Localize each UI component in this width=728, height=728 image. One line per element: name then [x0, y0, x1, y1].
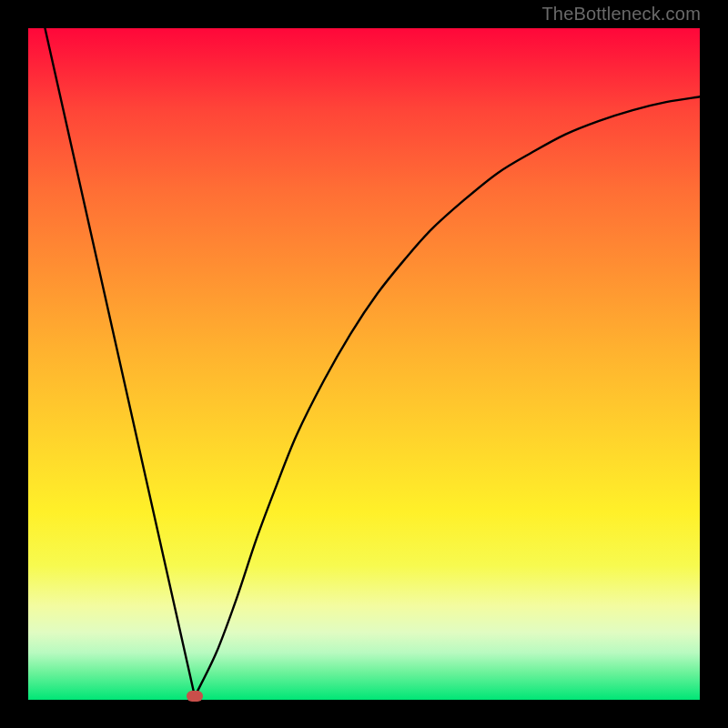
attribution-text: TheBottleneck.com — [541, 4, 701, 25]
bottleneck-curve — [28, 28, 700, 700]
optimum-marker — [187, 691, 203, 702]
